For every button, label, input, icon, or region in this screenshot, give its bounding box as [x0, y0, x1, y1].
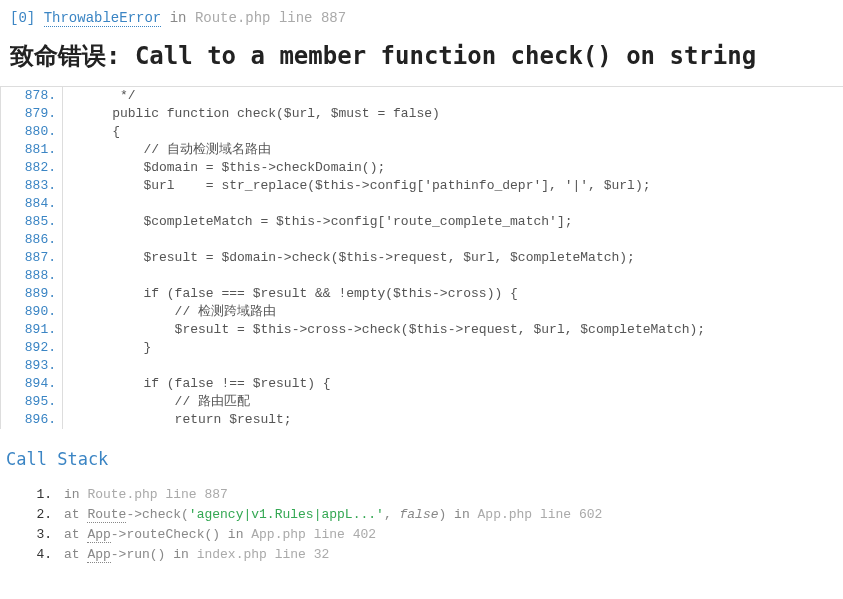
line-number: 887. — [1, 249, 63, 267]
callstack-body: in Route.php line 887 — [52, 485, 228, 505]
line-number: 890. — [1, 303, 63, 321]
line-code: return $result; — [63, 411, 843, 429]
callstack-list: 1.in Route.php line 8872.at Route->check… — [0, 481, 843, 585]
source-line: 887. $result = $domain->check($this->req… — [1, 249, 843, 267]
line-number: 886. — [1, 231, 63, 249]
source-line: 885. $completeMatch = $this->config['rou… — [1, 213, 843, 231]
callstack-num: 2. — [30, 505, 52, 525]
source-line: 892. } — [1, 339, 843, 357]
callstack-item: 1.in Route.php line 887 — [30, 485, 837, 505]
callstack-item: 4.at App->run() in index.php line 32 — [30, 545, 837, 565]
in-word: in — [170, 10, 187, 26]
line-code: $result = $domain->check($this->request,… — [63, 249, 843, 267]
line-number: 888. — [1, 267, 63, 285]
line-code: if (false === $result && !empty($this->c… — [63, 285, 843, 303]
line-number: 885. — [1, 213, 63, 231]
error-type: ThrowableError — [44, 10, 162, 27]
line-code: { — [63, 123, 843, 141]
error-title: 致命错误: Call to a member function check() … — [0, 32, 843, 87]
line-number: 895. — [1, 393, 63, 411]
source-line: 884. — [1, 195, 843, 213]
line-code: // 检测跨域路由 — [63, 303, 843, 321]
source-line: 886. — [1, 231, 843, 249]
source-line: 879. public function check($url, $must =… — [1, 105, 843, 123]
callstack-num: 1. — [30, 485, 52, 505]
source-line: 895. // 路由匹配 — [1, 393, 843, 411]
line-number: 894. — [1, 375, 63, 393]
line-code: // 自动检测域名路由 — [63, 141, 843, 159]
line-number: 881. — [1, 141, 63, 159]
source-line: 894. if (false !== $result) { — [1, 375, 843, 393]
source-line: 882. $domain = $this->checkDomain(); — [1, 159, 843, 177]
line-code — [63, 195, 843, 213]
callstack-num: 3. — [30, 525, 52, 545]
line-number: 883. — [1, 177, 63, 195]
source-line: 889. if (false === $result && !empty($th… — [1, 285, 843, 303]
line-number: 889. — [1, 285, 63, 303]
line-number: 879. — [1, 105, 63, 123]
line-code — [63, 231, 843, 249]
line-code: $url = str_replace($this->config['pathin… — [63, 177, 843, 195]
line-number: 880. — [1, 123, 63, 141]
line-code: */ — [63, 87, 843, 105]
line-code: $domain = $this->checkDomain(); — [63, 159, 843, 177]
line-number: 896. — [1, 411, 63, 429]
line-number: 891. — [1, 321, 63, 339]
line-code: if (false !== $result) { — [63, 375, 843, 393]
line-number: 882. — [1, 159, 63, 177]
line-code — [63, 357, 843, 375]
line-number: 893. — [1, 357, 63, 375]
line-number: 884. — [1, 195, 63, 213]
source-line: 881. // 自动检测域名路由 — [1, 141, 843, 159]
error-header: [0] ThrowableError in Route.php line 887 — [0, 0, 843, 32]
file-info: Route.php line 887 — [195, 10, 346, 26]
callstack-item: 2.at Route->check('agency|v1.Rules|appL.… — [30, 505, 837, 525]
source-line: 890. // 检测跨域路由 — [1, 303, 843, 321]
source-code-block: 878. */879. public function check($url, … — [0, 87, 843, 429]
line-code: // 路由匹配 — [63, 393, 843, 411]
line-code: public function check($url, $must = fals… — [63, 105, 843, 123]
source-line: 893. — [1, 357, 843, 375]
line-code: $result = $this->cross->check($this->req… — [63, 321, 843, 339]
line-number: 878. — [1, 87, 63, 105]
source-line: 878. */ — [1, 87, 843, 105]
callstack-body: at Route->check('agency|v1.Rules|appL...… — [52, 505, 602, 525]
source-line: 896. return $result; — [1, 411, 843, 429]
line-code: } — [63, 339, 843, 357]
source-line: 888. — [1, 267, 843, 285]
callstack-item: 3.at App->routeCheck() in App.php line 4… — [30, 525, 837, 545]
source-line: 891. $result = $this->cross->check($this… — [1, 321, 843, 339]
callstack-num: 4. — [30, 545, 52, 565]
source-line: 883. $url = str_replace($this->config['p… — [1, 177, 843, 195]
source-line: 880. { — [1, 123, 843, 141]
callstack-title: Call Stack — [0, 429, 843, 481]
error-index: [0] — [10, 10, 35, 26]
line-code — [63, 267, 843, 285]
callstack-body: at App->routeCheck() in App.php line 402 — [52, 525, 376, 545]
line-number: 892. — [1, 339, 63, 357]
line-code: $completeMatch = $this->config['route_co… — [63, 213, 843, 231]
callstack-body: at App->run() in index.php line 32 — [52, 545, 329, 565]
